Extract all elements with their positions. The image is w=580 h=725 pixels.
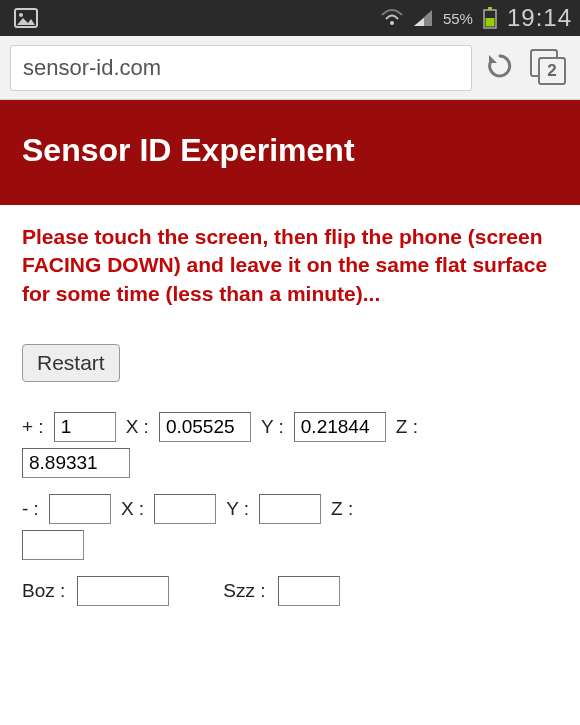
signal-icon bbox=[413, 9, 433, 27]
minus-z-input[interactable] bbox=[22, 530, 84, 560]
page-title: Sensor ID Experiment bbox=[22, 132, 558, 169]
minus-label: - : bbox=[22, 498, 39, 520]
reload-button[interactable] bbox=[484, 52, 516, 84]
plus-label: + : bbox=[22, 416, 44, 438]
page-banner: Sensor ID Experiment bbox=[0, 100, 580, 205]
reload-icon bbox=[485, 51, 515, 85]
battery-icon bbox=[483, 7, 497, 29]
android-statusbar: 55% 19:14 bbox=[0, 0, 580, 36]
plus-z-input[interactable] bbox=[22, 448, 130, 478]
svg-point-2 bbox=[390, 21, 394, 25]
gallery-icon bbox=[14, 8, 38, 28]
svg-point-1 bbox=[19, 13, 23, 17]
page-content: Please touch the screen, then flip the p… bbox=[0, 205, 580, 630]
minus-n-input[interactable] bbox=[49, 494, 111, 524]
plus-y-label: Y : bbox=[261, 416, 284, 438]
plus-y-input[interactable] bbox=[294, 412, 386, 442]
boz-label: Boz : bbox=[22, 580, 65, 602]
sensor-row-minus-z bbox=[22, 530, 558, 560]
url-input[interactable] bbox=[23, 55, 459, 81]
boz-input[interactable] bbox=[77, 576, 169, 606]
sensor-row-plus: + : X : Y : Z : bbox=[22, 412, 558, 442]
minus-x-label: X : bbox=[121, 498, 144, 520]
plus-x-label: X : bbox=[126, 416, 149, 438]
browser-toolbar: 2 bbox=[0, 36, 580, 100]
tab-count: 2 bbox=[538, 57, 566, 85]
szz-label: Szz : bbox=[223, 580, 265, 602]
tabs-button[interactable]: 2 bbox=[528, 47, 570, 89]
sensor-row-minus: - : X : Y : Z : bbox=[22, 494, 558, 524]
sensor-row-boz: Boz : Szz : bbox=[22, 576, 558, 606]
minus-y-label: Y : bbox=[226, 498, 249, 520]
szz-input[interactable] bbox=[278, 576, 340, 606]
instructions-text: Please touch the screen, then flip the p… bbox=[22, 223, 558, 308]
minus-y-input[interactable] bbox=[259, 494, 321, 524]
battery-percent: 55% bbox=[443, 10, 473, 27]
sensor-row-plus-z bbox=[22, 448, 558, 478]
plus-z-label: Z : bbox=[396, 416, 418, 438]
minus-x-input[interactable] bbox=[154, 494, 216, 524]
wifi-icon bbox=[381, 9, 403, 27]
svg-rect-5 bbox=[485, 18, 494, 27]
plus-x-input[interactable] bbox=[159, 412, 251, 442]
url-box[interactable] bbox=[10, 45, 472, 91]
minus-z-label: Z : bbox=[331, 498, 353, 520]
plus-n-input[interactable] bbox=[54, 412, 116, 442]
clock: 19:14 bbox=[507, 4, 572, 32]
restart-button[interactable]: Restart bbox=[22, 344, 120, 382]
